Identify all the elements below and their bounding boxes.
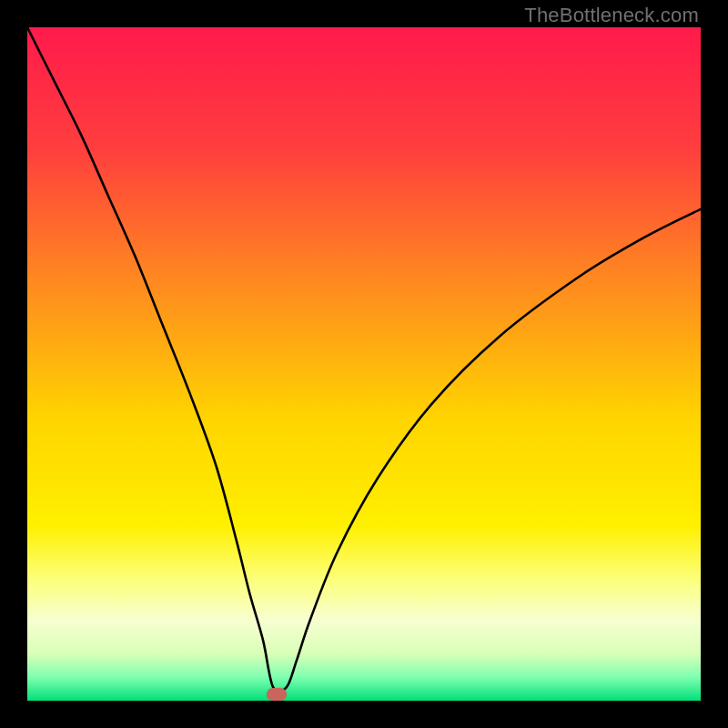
plot-area <box>27 27 701 701</box>
attribution-text: TheBottleneck.com <box>524 4 699 27</box>
bottleneck-curve <box>27 27 701 701</box>
optimal-point-marker <box>267 688 287 701</box>
chart-frame: TheBottleneck.com <box>0 0 728 728</box>
